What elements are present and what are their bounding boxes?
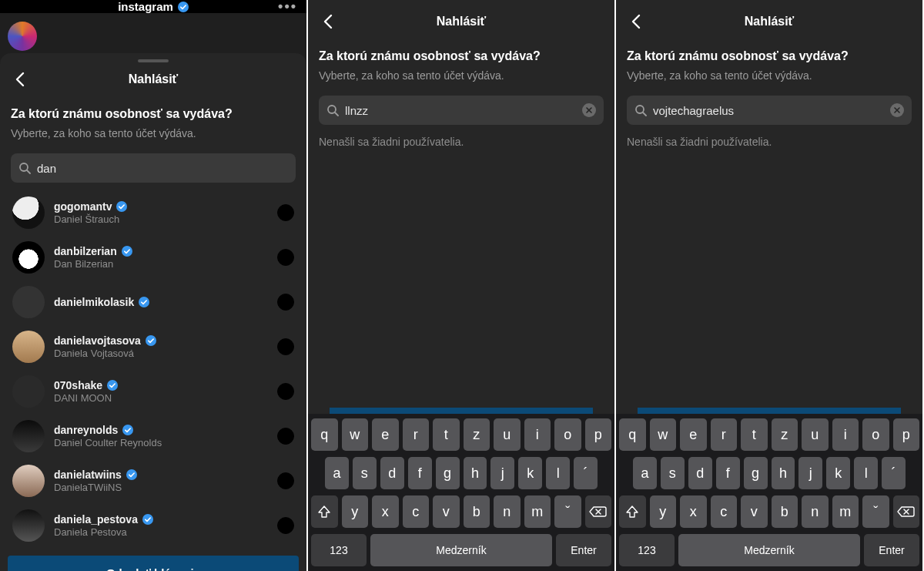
result-row[interactable]: danielmikolasik [11,280,296,324]
key-backspace[interactable] [585,495,612,528]
key-m[interactable]: m [832,495,859,528]
key-c[interactable]: c [403,495,430,528]
key-a[interactable]: a [633,457,657,489]
key-shift[interactable] [619,495,646,528]
key-a[interactable]: a [325,457,349,489]
key-u[interactable]: u [494,418,521,451]
key-enter[interactable]: Enter [556,534,611,566]
back-button[interactable] [314,8,342,35]
key-l[interactable]: l [546,457,570,489]
story-ring[interactable] [8,22,37,51]
key-u[interactable]: u [802,418,829,451]
key-space[interactable]: Medzerník [678,534,860,566]
key-g[interactable]: g [744,457,768,489]
key-backspace[interactable] [893,495,920,528]
key-ˇ[interactable]: ˇ [862,495,889,528]
select-radio[interactable] [277,383,294,400]
key-y[interactable]: y [650,495,677,528]
key-w[interactable]: w [342,418,369,451]
back-button[interactable] [622,8,650,35]
key-t[interactable]: t [741,418,768,451]
key-s[interactable]: s [353,457,377,489]
search-input[interactable] [345,104,576,117]
key-ˇ[interactable]: ˇ [554,495,581,528]
key-q[interactable]: q [619,418,646,451]
key-j[interactable]: j [490,457,514,489]
key-e[interactable]: e [372,418,399,451]
key-numeric[interactable]: 123 [311,534,367,566]
key-h[interactable]: h [464,457,487,489]
result-row[interactable]: danbilzerianDan Bilzerian [11,235,296,280]
key-d[interactable]: d [380,457,404,489]
key-shift[interactable] [311,495,338,528]
key-r[interactable]: r [403,418,430,451]
key-p[interactable]: p [893,418,920,451]
key-o[interactable]: o [862,418,889,451]
search-input[interactable] [37,162,288,175]
key-k[interactable]: k [518,457,542,489]
report-question: Za ktorú známu osobnosť sa vydáva? [319,49,604,63]
key-k[interactable]: k [826,457,850,489]
search-field[interactable] [319,96,604,125]
clear-search-button[interactable] [890,103,904,117]
key-f[interactable]: f [716,457,740,489]
key-r[interactable]: r [711,418,738,451]
key-y[interactable]: y [342,495,369,528]
key-b[interactable]: b [464,495,490,528]
search-field[interactable] [11,153,296,183]
key-v[interactable]: v [433,495,460,528]
key-p[interactable]: p [585,418,612,451]
clear-search-button[interactable] [582,103,596,117]
result-row[interactable]: danielatwiinsDanielaTWiiNS [11,458,296,503]
chevron-left-icon [320,12,336,31]
more-icon[interactable]: ••• [278,0,297,15]
result-row[interactable]: 070shakeDANI MOON [11,369,296,414]
key-x[interactable]: x [372,495,399,528]
key-c[interactable]: c [711,495,738,528]
key-n[interactable]: n [802,495,829,528]
key-´[interactable]: ´ [574,457,598,489]
key-t[interactable]: t [433,418,460,451]
key-m[interactable]: m [524,495,551,528]
select-radio[interactable] [277,517,294,534]
key-i[interactable]: i [524,418,551,451]
key-v[interactable]: v [741,495,768,528]
key-j[interactable]: j [798,457,822,489]
result-row[interactable]: gogomantvDaniel Štrauch [11,190,296,235]
key-s[interactable]: s [661,457,685,489]
key-z[interactable]: z [464,418,490,451]
key-space[interactable]: Medzerník [370,534,552,566]
key-numeric[interactable]: 123 [619,534,675,566]
submit-button-peek[interactable] [330,408,593,414]
key-h[interactable]: h [772,457,795,489]
result-row[interactable]: daniela_pestovaDaniela Pestova [11,503,296,548]
key-x[interactable]: x [680,495,707,528]
key-e[interactable]: e [680,418,707,451]
select-radio[interactable] [277,204,294,221]
select-radio[interactable] [277,294,294,311]
key-d[interactable]: d [688,457,712,489]
select-radio[interactable] [277,249,294,266]
key-o[interactable]: o [554,418,581,451]
result-row[interactable]: danielavojtasovaDaniela Vojtasová [11,324,296,369]
back-button[interactable] [6,65,34,93]
key-z[interactable]: z [772,418,798,451]
key-q[interactable]: q [311,418,338,451]
search-input[interactable] [653,104,884,117]
key-n[interactable]: n [494,495,521,528]
key-f[interactable]: f [408,457,432,489]
select-radio[interactable] [277,338,294,355]
key-w[interactable]: w [650,418,677,451]
result-row[interactable]: danreynoldsDaniel Coulter Reynolds [11,414,296,458]
submit-button-peek[interactable] [638,408,901,414]
key-enter[interactable]: Enter [864,534,919,566]
key-´[interactable]: ´ [882,457,906,489]
key-i[interactable]: i [832,418,859,451]
select-radio[interactable] [277,472,294,489]
key-l[interactable]: l [854,457,878,489]
submit-report-button[interactable]: Odoslať hlásenie [8,556,299,571]
select-radio[interactable] [277,428,294,445]
search-field[interactable] [627,96,912,125]
key-g[interactable]: g [436,457,460,489]
key-b[interactable]: b [772,495,798,528]
